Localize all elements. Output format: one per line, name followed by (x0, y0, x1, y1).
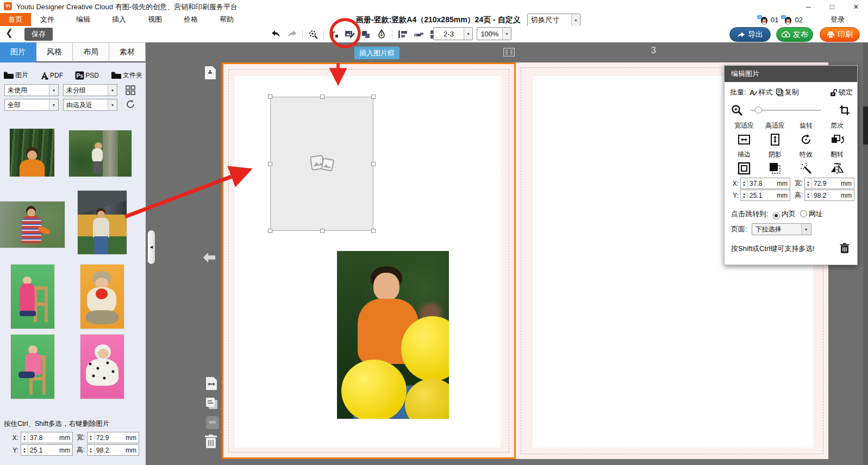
menu-file[interactable]: 文件 (37, 15, 58, 24)
panel-width-stepper[interactable]: ▲▼ mm (804, 178, 854, 189)
menu-edit[interactable]: 编辑 (73, 15, 93, 24)
panel-y-stepper[interactable]: ▲▼ mm (740, 190, 790, 201)
panel-width-input[interactable] (812, 180, 836, 187)
thumbnail-baby-ball[interactable] (80, 265, 124, 329)
align-tool-icon[interactable] (397, 29, 408, 40)
magnify-icon[interactable] (731, 104, 743, 116)
jump-option-inner[interactable]: 内页 (773, 209, 796, 219)
filter-all-select[interactable]: 全部 ▾ (4, 99, 59, 111)
spread-view-icon[interactable] (503, 48, 515, 59)
tool-fit-height[interactable]: 高适应 (760, 121, 790, 147)
maximize-button[interactable]: □ (820, 0, 844, 14)
resize-handle-s[interactable] (320, 229, 324, 233)
grid-layout-icon[interactable] (125, 85, 136, 98)
radio-checked-icon[interactable] (773, 212, 780, 219)
spinner-arrows-icon[interactable]: ▲▼ (88, 432, 95, 443)
scale-slider-thumb[interactable] (755, 106, 762, 114)
thumbnail-baby-leopard[interactable] (80, 335, 124, 399)
image-frame-placeholder[interactable] (270, 97, 373, 231)
thumbnail-boy-house[interactable] (78, 191, 127, 254)
undo-icon[interactable] (271, 29, 282, 40)
tool-rotate[interactable]: 旋转 (791, 121, 821, 147)
resize-handle-e[interactable] (371, 162, 376, 166)
crop-icon[interactable] (840, 105, 850, 115)
thumbnail-baby-chair-sit[interactable] (11, 335, 54, 399)
print-button[interactable]: 印刷 (820, 27, 860, 42)
filter-sort-select[interactable]: 由远及近 ▾ (63, 99, 117, 111)
tool-effects[interactable]: 特效 (791, 150, 821, 175)
resize-handle-w[interactable] (268, 162, 272, 166)
tool-flip[interactable]: 翻转 (822, 150, 852, 175)
x-stepper[interactable]: ▲▼ mm (21, 432, 73, 443)
panel-height-input[interactable] (812, 192, 836, 199)
thumbnail-boy-tree[interactable] (69, 130, 132, 177)
clone-stamp-icon[interactable] (413, 29, 424, 40)
menu-insert[interactable]: 插入 (109, 15, 129, 24)
filter-group-select[interactable]: 未分组 ▾ (63, 84, 117, 96)
export-button[interactable]: 导出 (729, 27, 771, 42)
height-stepper[interactable]: ▲▼ mm (87, 444, 139, 456)
tool-stroke[interactable]: 描边 (729, 150, 759, 175)
resize-handle-n[interactable] (320, 95, 324, 99)
tab-layout[interactable]: 布局 (73, 42, 109, 62)
panel-title[interactable]: 编辑图片 (725, 66, 857, 82)
thumbnail-boy-bamboo[interactable] (10, 129, 54, 177)
switch-size-select[interactable]: 切换尺寸 ▾ (527, 14, 580, 27)
qq-account-2[interactable]: 02 (795, 16, 802, 24)
add-page-icon[interactable] (203, 65, 217, 80)
page-select[interactable]: 2-3 ▾ (433, 27, 473, 40)
spinner-arrows-icon[interactable]: ▲▼ (88, 445, 95, 455)
menu-home[interactable]: 首页 (0, 13, 31, 26)
height-input[interactable] (95, 447, 118, 454)
tab-styles[interactable]: 风格 (36, 42, 73, 62)
panel-height-stepper[interactable]: ▲▼ mm (804, 190, 854, 201)
thumbnail-boy-plaid[interactable] (0, 202, 65, 248)
resize-handle-sw[interactable] (268, 229, 272, 233)
jump-option-url[interactable]: 网址 (800, 209, 823, 219)
batch-style-button[interactable]: A 样式 (750, 87, 773, 97)
x-input[interactable] (28, 434, 52, 442)
tab-images[interactable]: 图片 (0, 42, 36, 62)
menu-view[interactable]: 视图 (145, 15, 165, 24)
import-psd-button[interactable]: Ps PSD (75, 71, 99, 80)
panel-y-input[interactable] (748, 192, 772, 199)
radio-unchecked-icon[interactable] (800, 210, 807, 217)
import-images-button[interactable]: 图片 (3, 71, 28, 80)
pen-tool-icon[interactable] (376, 29, 387, 40)
menu-help[interactable]: 帮助 (216, 15, 237, 24)
panel-x-input[interactable] (748, 180, 772, 187)
tool-layer-order[interactable]: 层次 (822, 121, 852, 147)
resize-page-icon[interactable] (204, 376, 218, 391)
panel-x-stepper[interactable]: ▲▼ mm (740, 178, 790, 189)
canvas-scrollbar[interactable] (863, 42, 868, 465)
spinner-arrows-icon[interactable]: ▲▼ (805, 178, 812, 188)
minimize-button[interactable]: ─ (796, 0, 820, 14)
sidebar-collapse-handle[interactable]: ◀ (148, 230, 155, 264)
y-stepper[interactable]: ▲▼ mm (21, 444, 73, 456)
insert-text-icon[interactable]: T (329, 29, 340, 40)
swap-page-icon[interactable] (205, 415, 220, 430)
zoom-select-icon[interactable] (308, 29, 319, 40)
batch-copy-button[interactable]: 复制 (776, 87, 799, 97)
lock-button[interactable]: 锁定 (830, 87, 853, 97)
tab-materials[interactable]: 素材 (109, 42, 146, 62)
tool-fit-width[interactable]: 宽适应 (729, 121, 759, 147)
filter-usage-select[interactable]: 未使用 ▾ (4, 84, 59, 96)
trash-icon[interactable] (840, 243, 850, 254)
thumbnail-baby-chair-stand[interactable] (11, 265, 54, 329)
refresh-icon[interactable] (125, 99, 136, 112)
redo-icon[interactable] (286, 29, 297, 40)
y-input[interactable] (28, 447, 52, 454)
placed-photo-boy-balloons[interactable] (337, 251, 449, 419)
scrollbar-thumb[interactable] (863, 106, 868, 144)
copy-page-icon[interactable] (204, 395, 218, 411)
login-link[interactable]: 登录 (830, 13, 845, 26)
resize-handle-nw[interactable] (268, 95, 272, 99)
prev-page-icon[interactable] (202, 250, 216, 265)
spinner-arrows-icon[interactable]: ▲▼ (741, 190, 748, 200)
qq-penguin-icon[interactable] (757, 15, 768, 24)
page-left[interactable] (222, 62, 516, 459)
width-stepper[interactable]: ▲▼ mm (87, 432, 139, 443)
insert-image-frame-icon[interactable] (345, 29, 355, 40)
tool-shadow[interactable]: 阴影 (760, 150, 790, 175)
